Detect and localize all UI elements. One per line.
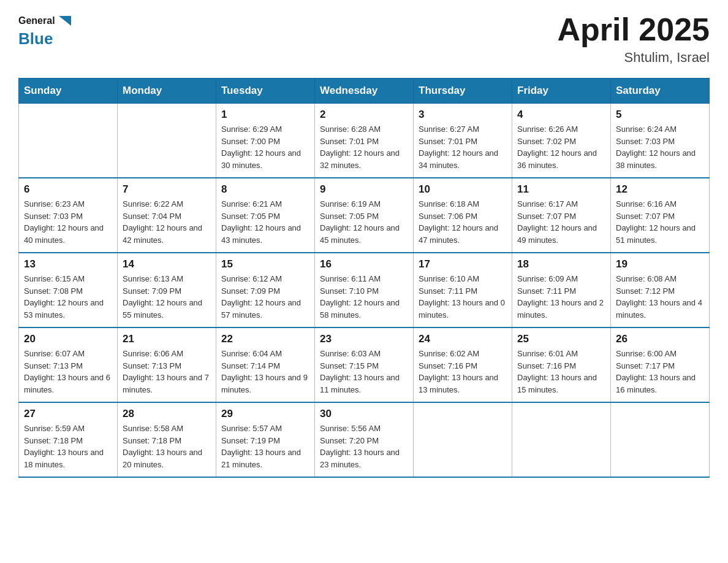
day-info: Sunrise: 6:09 AMSunset: 7:11 PMDaylight:… (517, 273, 605, 321)
day-number: 18 (517, 258, 605, 270)
calendar-day-cell: 1Sunrise: 6:29 AMSunset: 7:00 PMDaylight… (216, 104, 315, 178)
sunrise-text: Sunrise: 6:08 AM (616, 273, 704, 285)
sunrise-text: Sunrise: 6:24 AM (616, 123, 704, 136)
calendar-week-row: 27Sunrise: 5:59 AMSunset: 7:18 PMDayligh… (19, 402, 710, 477)
sunrise-text: Sunrise: 6:19 AM (320, 198, 408, 210)
daylight-text: Daylight: 12 hours and 55 minutes. (123, 297, 211, 321)
daylight-text: Daylight: 12 hours and 43 minutes. (221, 222, 309, 246)
sunset-text: Sunset: 7:03 PM (616, 136, 704, 148)
calendar-day-cell: 29Sunrise: 5:57 AMSunset: 7:19 PMDayligh… (216, 402, 315, 477)
sunset-text: Sunset: 7:11 PM (517, 285, 605, 297)
calendar-day-cell: 10Sunrise: 6:18 AMSunset: 7:06 PMDayligh… (414, 178, 512, 253)
sunset-text: Sunset: 7:20 PM (320, 435, 408, 447)
calendar-day-cell: 15Sunrise: 6:12 AMSunset: 7:09 PMDayligh… (216, 253, 315, 327)
daylight-text: Daylight: 12 hours and 47 minutes. (419, 222, 507, 246)
calendar-day-cell: 3Sunrise: 6:27 AMSunset: 7:01 PMDaylight… (414, 104, 512, 178)
sunset-text: Sunset: 7:19 PM (221, 435, 309, 447)
day-info: Sunrise: 5:58 AMSunset: 7:18 PMDaylight:… (123, 423, 211, 470)
sunrise-text: Sunrise: 6:23 AM (24, 198, 112, 210)
day-info: Sunrise: 6:28 AMSunset: 7:01 PMDaylight:… (320, 123, 408, 171)
day-info: Sunrise: 6:27 AMSunset: 7:01 PMDaylight:… (419, 123, 507, 171)
calendar-day-cell: 5Sunrise: 6:24 AMSunset: 7:03 PMDaylight… (611, 104, 710, 178)
calendar-week-row: 6Sunrise: 6:23 AMSunset: 7:03 PMDaylight… (19, 178, 710, 253)
daylight-text: Daylight: 12 hours and 57 minutes. (221, 297, 309, 321)
daylight-text: Daylight: 12 hours and 32 minutes. (320, 147, 408, 171)
sunset-text: Sunset: 7:05 PM (221, 210, 309, 223)
location-text: Shtulim, Israel (557, 50, 710, 66)
sunrise-text: Sunrise: 6:12 AM (221, 273, 309, 285)
calendar-day-cell (19, 104, 118, 178)
sunrise-text: Sunrise: 6:22 AM (123, 198, 211, 210)
calendar-day-cell (512, 402, 611, 477)
calendar-day-cell: 13Sunrise: 6:15 AMSunset: 7:08 PMDayligh… (19, 253, 118, 327)
sunset-text: Sunset: 7:16 PM (517, 360, 605, 372)
day-number: 28 (123, 408, 211, 420)
day-of-week-header: Saturday (611, 79, 710, 104)
sunset-text: Sunset: 7:06 PM (419, 210, 507, 223)
sunset-text: Sunset: 7:14 PM (221, 360, 309, 372)
day-number: 27 (24, 408, 112, 420)
day-info: Sunrise: 6:08 AMSunset: 7:12 PMDaylight:… (616, 273, 704, 321)
day-of-week-header: Friday (512, 79, 611, 104)
day-info: Sunrise: 6:29 AMSunset: 7:00 PMDaylight:… (221, 123, 309, 171)
calendar-day-cell (611, 402, 710, 477)
sunset-text: Sunset: 7:18 PM (24, 435, 112, 447)
day-number: 2 (320, 109, 408, 121)
sunrise-text: Sunrise: 6:11 AM (320, 273, 408, 285)
sunset-text: Sunset: 7:09 PM (123, 285, 211, 297)
daylight-text: Daylight: 12 hours and 42 minutes. (123, 222, 211, 246)
daylight-text: Daylight: 13 hours and 20 minutes. (123, 446, 211, 470)
day-info: Sunrise: 6:18 AMSunset: 7:06 PMDaylight:… (419, 198, 507, 246)
daylight-text: Daylight: 12 hours and 58 minutes. (320, 297, 408, 321)
day-number: 13 (24, 258, 112, 270)
day-number: 29 (221, 408, 309, 420)
sunrise-text: Sunrise: 6:29 AM (221, 123, 309, 136)
calendar-day-cell: 25Sunrise: 6:01 AMSunset: 7:16 PMDayligh… (512, 327, 611, 402)
day-number: 4 (517, 109, 605, 121)
sunset-text: Sunset: 7:03 PM (24, 210, 112, 223)
day-number: 17 (419, 258, 507, 270)
day-number: 3 (419, 109, 507, 121)
day-number: 12 (616, 183, 704, 196)
calendar-day-cell: 23Sunrise: 6:03 AMSunset: 7:15 PMDayligh… (315, 327, 414, 402)
sunrise-text: Sunrise: 6:03 AM (320, 348, 408, 360)
daylight-text: Daylight: 13 hours and 0 minutes. (419, 297, 507, 321)
day-info: Sunrise: 6:02 AMSunset: 7:16 PMDaylight:… (419, 348, 507, 396)
sunrise-text: Sunrise: 6:16 AM (616, 198, 704, 210)
sunrise-text: Sunrise: 6:02 AM (419, 348, 507, 360)
day-info: Sunrise: 6:19 AMSunset: 7:05 PMDaylight:… (320, 198, 408, 246)
day-number: 23 (320, 333, 408, 345)
daylight-text: Daylight: 12 hours and 34 minutes. (419, 147, 507, 171)
calendar-week-row: 13Sunrise: 6:15 AMSunset: 7:08 PMDayligh… (19, 253, 710, 327)
sunrise-text: Sunrise: 5:59 AM (24, 423, 112, 435)
logo-blue-text: Blue (18, 29, 53, 48)
sunset-text: Sunset: 7:16 PM (419, 360, 507, 372)
day-number: 25 (517, 333, 605, 345)
daylight-text: Daylight: 13 hours and 23 minutes. (320, 446, 408, 470)
sunrise-text: Sunrise: 5:58 AM (123, 423, 211, 435)
sunrise-text: Sunrise: 6:04 AM (221, 348, 309, 360)
page-header: General Blue April 2025 Shtulim, Israel (18, 12, 710, 66)
calendar-header-row: SundayMondayTuesdayWednesdayThursdayFrid… (19, 79, 710, 104)
day-info: Sunrise: 6:22 AMSunset: 7:04 PMDaylight:… (123, 198, 211, 246)
sunrise-text: Sunrise: 6:07 AM (24, 348, 112, 360)
sunset-text: Sunset: 7:11 PM (419, 285, 507, 297)
month-title: April 2025 (557, 12, 710, 47)
day-number: 10 (419, 183, 507, 196)
sunset-text: Sunset: 7:00 PM (221, 136, 309, 148)
sunset-text: Sunset: 7:12 PM (616, 285, 704, 297)
day-of-week-header: Sunday (19, 79, 118, 104)
daylight-text: Daylight: 12 hours and 36 minutes. (517, 147, 605, 171)
sunset-text: Sunset: 7:04 PM (123, 210, 211, 223)
day-info: Sunrise: 5:59 AMSunset: 7:18 PMDaylight:… (24, 423, 112, 470)
sunset-text: Sunset: 7:17 PM (616, 360, 704, 372)
calendar-day-cell: 26Sunrise: 6:00 AMSunset: 7:17 PMDayligh… (611, 327, 710, 402)
day-number: 1 (221, 109, 309, 121)
day-info: Sunrise: 6:26 AMSunset: 7:02 PMDaylight:… (517, 123, 605, 171)
sunrise-text: Sunrise: 6:15 AM (24, 273, 112, 285)
daylight-text: Daylight: 13 hours and 16 minutes. (616, 372, 704, 396)
calendar-day-cell: 20Sunrise: 6:07 AMSunset: 7:13 PMDayligh… (19, 327, 118, 402)
calendar-day-cell: 11Sunrise: 6:17 AMSunset: 7:07 PMDayligh… (512, 178, 611, 253)
logo-general-text: General (18, 15, 55, 26)
day-info: Sunrise: 6:03 AMSunset: 7:15 PMDaylight:… (320, 348, 408, 396)
